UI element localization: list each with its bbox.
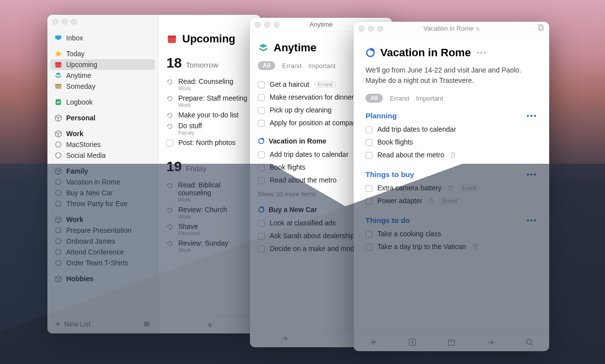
plus-icon[interactable] (282, 334, 289, 342)
checkbox[interactable] (258, 120, 265, 127)
sidebar-project[interactable]: Order Team T-Shirts (50, 257, 155, 268)
task-title: Read: Biblical counseling (178, 181, 253, 197)
sidebar-project[interactable]: Vacation in Rome (50, 177, 155, 187)
task-row[interactable]: Read: Biblical counselingWork (166, 180, 253, 204)
filter-important[interactable]: Important (416, 95, 443, 102)
sidebar-project[interactable]: Social Media (50, 150, 155, 161)
checkbox[interactable] (258, 246, 265, 253)
task-subtitle: Family (178, 130, 202, 136)
traffic-lights[interactable] (52, 19, 77, 25)
checkbox[interactable] (258, 81, 265, 88)
checkbox[interactable] (166, 140, 173, 146)
checkbox[interactable] (365, 126, 372, 133)
new-list-button[interactable]: New List (54, 320, 91, 328)
sidebar-area[interactable]: Hobbies (50, 273, 155, 284)
filter-all[interactable]: All (258, 61, 275, 70)
checkbox[interactable] (365, 139, 372, 146)
sidebar-project[interactable]: Attend Conference (50, 247, 155, 257)
sidebar-upcoming[interactable]: Upcoming (50, 59, 155, 70)
task-title: Pick up dry cleaning (270, 106, 331, 114)
more-icon[interactable]: ••• (526, 170, 537, 179)
checkbox[interactable] (365, 185, 372, 192)
new-heading-icon[interactable] (408, 338, 417, 347)
attachment-icon (447, 185, 453, 191)
sidebar-project[interactable]: Buy a New Car (50, 187, 155, 198)
sidebar-anytime[interactable]: Anytime (50, 70, 155, 81)
sidebar-logbook[interactable]: Logbook (50, 97, 155, 108)
search-icon[interactable] (525, 338, 534, 347)
settings-icon[interactable] (142, 320, 151, 328)
filter-errand[interactable]: Errand (282, 62, 301, 70)
sidebar-someday[interactable]: Someday (50, 81, 155, 92)
task-row[interactable]: Add trip dates to calendar (365, 123, 537, 136)
task-row[interactable]: Post: North photos (166, 137, 253, 148)
logbook-icon (54, 98, 62, 106)
attachment-icon (472, 244, 478, 250)
checkbox[interactable] (365, 244, 372, 251)
more-icon[interactable]: ••• (526, 216, 537, 224)
chevron-updown-icon[interactable]: ⇅ (476, 26, 480, 32)
plus-icon[interactable] (369, 338, 378, 347)
checkbox[interactable] (365, 231, 372, 238)
task-row[interactable]: Power adapterErrand (365, 194, 537, 207)
sidebar-project[interactable]: Prepare Presentation (50, 225, 155, 236)
task-row[interactable]: Review: SundayWork (166, 238, 253, 255)
more-icon[interactable]: ••• (477, 49, 487, 57)
sidebar-area[interactable]: Family (50, 166, 155, 177)
project-label: Attend Conference (66, 248, 124, 256)
section-header[interactable]: Things to do••• (365, 216, 537, 224)
task-title: Power adapter (377, 197, 422, 205)
task-row[interactable]: Take a cooking class (365, 227, 537, 240)
plus-icon[interactable] (206, 321, 214, 329)
project-icon (54, 151, 62, 159)
checkbox[interactable] (258, 164, 265, 171)
sidebar-project[interactable]: MacStories (50, 139, 155, 150)
task-row[interactable]: Book flights (365, 136, 537, 148)
project-notes[interactable]: We'll go from June 14-22 and visit Jane … (365, 65, 537, 86)
window-title: Vacation in Rome⇅ (373, 25, 529, 32)
calendar-icon[interactable] (447, 338, 456, 347)
checkbox[interactable] (258, 94, 265, 101)
task-row[interactable]: Do stuffFamily (166, 120, 253, 137)
sidebar-inbox[interactable]: Inbox (50, 33, 155, 43)
checkbox[interactable] (258, 107, 265, 114)
section-header[interactable]: Planning••• (365, 111, 537, 120)
checkbox[interactable] (258, 220, 265, 227)
task-tag: Errand (439, 198, 461, 204)
task-row[interactable]: Review: ChurchWork (166, 204, 253, 221)
task-row[interactable]: Read: CounselingWork (166, 76, 253, 93)
task-row[interactable]: Read about the metro (365, 148, 537, 161)
checkbox[interactable] (365, 198, 372, 205)
task-row[interactable]: Extra camera batteryErrand (365, 182, 537, 194)
checkbox[interactable] (365, 152, 372, 159)
section-header[interactable]: Things to buy••• (365, 170, 537, 179)
task-row[interactable]: Make your to-do list (166, 109, 253, 120)
task-title: Ask Sarah about dealership (270, 232, 355, 240)
task-row[interactable]: Take a day trip to the Vatican (365, 240, 537, 253)
sidebar-project[interactable]: Onboard James (50, 236, 155, 247)
filter-all[interactable]: All (365, 94, 383, 103)
sidebar-project[interactable]: Throw Party for Eve (50, 198, 155, 209)
checkbox[interactable] (258, 233, 265, 240)
windows-icon[interactable] (536, 24, 544, 32)
checkbox[interactable] (258, 151, 265, 158)
sidebar-area[interactable]: Work (50, 128, 155, 139)
project-window: Vacation in Rome⇅ Vacation in Rome ••• W… (354, 22, 549, 351)
move-icon[interactable] (486, 338, 495, 347)
more-icon[interactable]: ••• (526, 111, 537, 120)
task-title: Read about the metro (270, 176, 336, 184)
task-title: Make your to-do list (178, 111, 239, 119)
checkbox[interactable] (258, 177, 265, 184)
project-title[interactable]: Vacation in Rome (380, 46, 471, 59)
sidebar-area[interactable]: Work (50, 214, 155, 225)
filter-important[interactable]: Important (308, 62, 335, 70)
task-row[interactable]: Prepare: Staff meetingWork (166, 93, 253, 109)
sidebar-area[interactable]: Personal (50, 112, 155, 123)
task-row[interactable]: ShavePersonal (166, 221, 253, 238)
task-title: Prepare: Staff meeting (178, 94, 247, 102)
project-label: Onboard James (66, 237, 116, 245)
sidebar-today[interactable]: Today (50, 48, 155, 59)
task-title: Get a haircut (270, 80, 309, 88)
filter-errand[interactable]: Errand (390, 95, 409, 102)
attachment-icon (428, 198, 434, 204)
